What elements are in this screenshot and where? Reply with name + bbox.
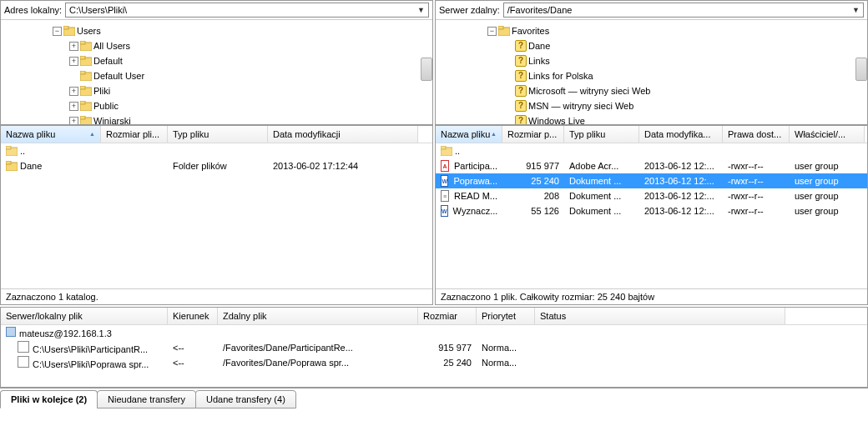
column-header[interactable]: Nazwa pliku bbox=[436, 126, 502, 143]
expand-spacer bbox=[69, 72, 78, 81]
queue-direction: <-- bbox=[168, 342, 218, 353]
column-header[interactable]: Nazwa pliku bbox=[1, 126, 101, 143]
transfer-queue: Serwer/lokalny plikKierunekZdalny plikRo… bbox=[0, 307, 868, 388]
unknown-icon: ? bbox=[515, 115, 527, 124]
remote-address-bar: Serwer zdalny: /Favorites/Dane ▼ bbox=[436, 1, 867, 20]
tab[interactable]: Pliki w kolejce (2) bbox=[0, 390, 98, 408]
file-date: 2013-06-12 12:... bbox=[639, 190, 723, 202]
expand-icon[interactable]: + bbox=[69, 87, 78, 96]
file-name: READ M... bbox=[454, 191, 497, 201]
scrollbar-thumb[interactable] bbox=[421, 58, 432, 81]
column-header[interactable]: Typ pliku bbox=[564, 126, 639, 143]
tree-node-label[interactable]: Dane bbox=[528, 38, 550, 53]
queue-checkbox[interactable] bbox=[18, 341, 29, 353]
svg-rect-21 bbox=[441, 146, 446, 149]
remote-tree[interactable]: − Favorites ?Dane?Links?Links for Polska… bbox=[436, 20, 867, 124]
unknown-icon: ? bbox=[515, 85, 527, 97]
tree-node-label[interactable]: Pliki bbox=[93, 83, 110, 98]
chevron-down-icon[interactable]: ▼ bbox=[417, 6, 425, 14]
column-header[interactable]: Zdalny plik bbox=[218, 308, 418, 324]
file-row[interactable]: WPoprawa...25 240Dokument ...2013-06-12 … bbox=[436, 173, 867, 188]
queue-priority: Norma... bbox=[477, 357, 535, 368]
column-header[interactable]: Kierunek bbox=[168, 308, 218, 324]
expand-icon[interactable]: + bbox=[69, 102, 78, 111]
tree-node-label[interactable]: Favorites bbox=[512, 23, 549, 38]
tree-node-label[interactable]: Winiarski bbox=[93, 113, 131, 124]
unknown-icon: ? bbox=[515, 55, 527, 67]
file-row[interactable]: ≡READ M...208Dokument ...2013-06-12 12:.… bbox=[436, 188, 867, 203]
file-date: 2013-06-12 12:... bbox=[639, 175, 723, 187]
svg-rect-13 bbox=[80, 116, 85, 119]
file-row[interactable]: .. bbox=[436, 143, 867, 158]
column-header[interactable]: Właściciel/... bbox=[790, 126, 865, 143]
tree-node-label[interactable]: Default User bbox=[93, 68, 144, 83]
column-header[interactable]: Data modyfikacji bbox=[268, 126, 418, 143]
tree-node-label[interactable]: Users bbox=[77, 23, 101, 38]
pdf-icon: A bbox=[441, 160, 449, 172]
remote-status-text: Zaznaczono 1 plik. Całkowity rozmiar: 25… bbox=[436, 288, 867, 304]
file-size bbox=[101, 150, 168, 152]
local-tree[interactable]: − Users +All Users+DefaultDefault User+P… bbox=[1, 20, 432, 124]
tree-node-label[interactable]: MSN — witryny sieci Web bbox=[528, 98, 633, 113]
file-name: Wyznacz... bbox=[453, 206, 498, 216]
tree-node-label[interactable]: Links bbox=[528, 53, 550, 68]
tree-node-label[interactable]: All Users bbox=[93, 38, 130, 53]
chevron-down-icon[interactable]: ▼ bbox=[852, 6, 860, 14]
file-permissions: -rwxr--r-- bbox=[723, 190, 790, 202]
file-row[interactable]: AParticipa...915 977Adobe Acr...2013-06-… bbox=[436, 158, 867, 173]
remote-file-list: Nazwa plikuRozmiar p...Typ plikuData mod… bbox=[435, 125, 868, 305]
column-header[interactable]: Data modyfika... bbox=[639, 126, 723, 143]
folder-icon bbox=[6, 161, 18, 171]
folder-icon bbox=[80, 41, 92, 51]
folder-icon bbox=[441, 146, 452, 156]
column-header[interactable]: Priorytet bbox=[477, 308, 535, 324]
file-type: Folder plików bbox=[168, 160, 268, 172]
expand-icon[interactable]: + bbox=[69, 57, 78, 66]
docx-icon: W bbox=[441, 175, 448, 187]
collapse-icon[interactable]: − bbox=[53, 27, 62, 36]
file-row[interactable]: WWyznacz...55 126Dokument ...2013-06-12 … bbox=[436, 203, 867, 218]
file-size bbox=[502, 150, 564, 152]
unknown-icon: ? bbox=[515, 100, 527, 112]
queue-item-row[interactable]: C:\Users\Pliki\Poprawa spr...<--/Favorit… bbox=[1, 355, 867, 370]
scrollbar-thumb[interactable] bbox=[855, 58, 867, 81]
file-row[interactable]: DaneFolder plików2013-06-02 17:12:44 bbox=[1, 158, 432, 173]
file-date bbox=[639, 150, 723, 152]
docx-icon: W bbox=[441, 205, 448, 217]
queue-checkbox[interactable] bbox=[18, 356, 29, 368]
tab[interactable]: Nieudane transfery bbox=[97, 390, 196, 408]
tree-node-label[interactable]: Public bbox=[93, 98, 119, 113]
folder-icon bbox=[498, 26, 510, 36]
collapse-icon[interactable]: − bbox=[487, 27, 497, 36]
queue-remote-file: /Favorites/Dane/Poprawa spr... bbox=[218, 357, 418, 368]
tree-node-label[interactable]: Microsoft — witryny sieci Web bbox=[528, 83, 651, 98]
file-owner: user group bbox=[790, 160, 865, 172]
column-header[interactable]: Typ pliku bbox=[168, 126, 268, 143]
expand-icon[interactable]: + bbox=[69, 42, 78, 51]
remote-path-field[interactable]: /Favorites/Dane ▼ bbox=[503, 3, 864, 18]
remote-path-text[interactable]: /Favorites/Dane bbox=[507, 5, 852, 15]
column-header[interactable]: Status bbox=[535, 308, 785, 324]
tree-node-label[interactable]: Windows Live bbox=[528, 113, 585, 124]
svg-rect-7 bbox=[80, 71, 85, 74]
tree-node-label[interactable]: Default bbox=[93, 53, 123, 68]
file-permissions: -rwxr--r-- bbox=[723, 205, 790, 217]
expand-spacer bbox=[504, 87, 513, 96]
column-header[interactable]: Rozmiar bbox=[418, 308, 477, 324]
file-permissions bbox=[723, 150, 790, 152]
expand-icon[interactable]: + bbox=[69, 117, 78, 125]
expand-spacer bbox=[504, 42, 513, 51]
local-path-field[interactable]: C:\Users\Pliki\ ▼ bbox=[65, 3, 429, 18]
tree-node-label[interactable]: Links for Polska bbox=[528, 68, 593, 83]
file-size: 25 240 bbox=[502, 175, 564, 187]
file-row[interactable]: .. bbox=[1, 143, 432, 158]
column-header[interactable]: Rozmiar p... bbox=[502, 126, 564, 143]
local-path-text[interactable]: C:\Users\Pliki\ bbox=[69, 5, 417, 15]
column-header[interactable]: Serwer/lokalny plik bbox=[1, 308, 168, 324]
queue-item-row[interactable]: C:\Users\Pliki\ParticipantR...<--/Favori… bbox=[1, 340, 867, 355]
queue-host-row[interactable]: mateusz@192.168.1.3 bbox=[1, 325, 867, 340]
file-date bbox=[268, 150, 418, 152]
column-header[interactable]: Rozmiar pli... bbox=[101, 126, 168, 143]
column-header[interactable]: Prawa dost... bbox=[723, 126, 790, 143]
tab[interactable]: Udane transfery (4) bbox=[195, 390, 296, 408]
